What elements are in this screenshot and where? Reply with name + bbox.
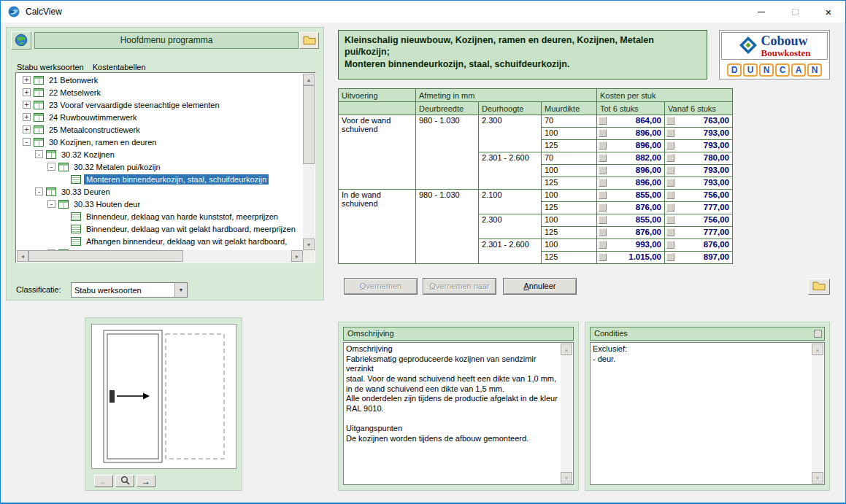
tree-item-label[interactable]: 23 Vooraf vervaardigde steenachtige elem… bbox=[47, 100, 222, 110]
cost-cell[interactable]: 855,00 bbox=[597, 190, 665, 202]
tree-item[interactable]: -30 Kozijnen, ramen en deuren bbox=[17, 136, 303, 148]
cost-cell[interactable]: 882,00 bbox=[597, 152, 665, 165]
tree-item[interactable]: +25 Metaalconstructiewerk bbox=[17, 123, 303, 136]
cost-cell[interactable]: 993,00 bbox=[597, 239, 665, 252]
price-select-button[interactable] bbox=[599, 166, 607, 174]
cost-cell[interactable]: 855,00 bbox=[597, 214, 665, 227]
cost-cell[interactable]: 896,00 bbox=[597, 165, 665, 177]
tree-item-label[interactable]: 30.32 Metalen pui/kozijn bbox=[72, 162, 163, 172]
tree-item-label[interactable]: 22 Metselwerk bbox=[47, 88, 103, 98]
tree-item-label[interactable]: Binnendeur, deklaag van harde kunststof,… bbox=[84, 212, 280, 222]
tree-item-label[interactable]: 25 Metaalconstructiewerk bbox=[47, 125, 142, 135]
vertical-scrollbar[interactable]: ▲ ▼ bbox=[561, 344, 572, 484]
tree-item-label[interactable]: 24 Ruwbouwtimmerwerk bbox=[47, 112, 139, 123]
cost-cell[interactable]: 756,00 bbox=[665, 190, 733, 202]
price-select-button[interactable] bbox=[666, 241, 674, 249]
scroll-right-button[interactable]: ► bbox=[291, 250, 303, 262]
tree-item[interactable]: +22 Metselwerk bbox=[17, 86, 303, 98]
cost-cell[interactable]: 793,00 bbox=[665, 140, 733, 152]
cost-cell[interactable]: 793,00 bbox=[665, 128, 733, 140]
price-select-button[interactable] bbox=[599, 241, 607, 249]
price-select-button[interactable] bbox=[666, 203, 674, 212]
tree-item[interactable]: Afhangen binnendeur, deklaag van wit gel… bbox=[17, 235, 303, 247]
cost-cell[interactable]: 756,00 bbox=[665, 214, 733, 227]
annuleer-button[interactable]: Annuleer bbox=[503, 278, 577, 295]
cost-cell[interactable]: 896,00 bbox=[597, 128, 665, 140]
open-folder-button[interactable] bbox=[299, 32, 319, 49]
cost-cell[interactable]: 793,00 bbox=[665, 165, 733, 177]
next-image-button[interactable]: → bbox=[136, 475, 155, 487]
price-select-button[interactable] bbox=[599, 117, 607, 125]
expand-icon[interactable]: + bbox=[23, 101, 31, 109]
home-button[interactable] bbox=[11, 31, 31, 50]
vertical-scrollbar[interactable]: ▲ ▼ bbox=[812, 344, 823, 484]
tree-item[interactable]: -30.33 Deuren bbox=[17, 185, 303, 198]
price-select-button[interactable] bbox=[599, 154, 607, 162]
scroll-down-button[interactable]: ▼ bbox=[561, 472, 572, 484]
tree-item-label[interactable]: 30 Kozijnen, ramen en deuren bbox=[47, 137, 158, 147]
price-select-button[interactable] bbox=[599, 216, 607, 224]
close-button[interactable]: × bbox=[812, 1, 845, 23]
tree-item[interactable]: Monteren binnendeurkozijn, staal, schuif… bbox=[17, 173, 303, 185]
collapse-icon[interactable]: - bbox=[23, 138, 31, 146]
condities-textbox[interactable]: Exclusief: - deur. ▲ ▼ bbox=[590, 342, 825, 485]
cost-cell[interactable]: 763,00 bbox=[665, 115, 733, 128]
price-select-button[interactable] bbox=[666, 117, 674, 125]
collapse-icon[interactable]: - bbox=[47, 163, 55, 171]
cost-cell[interactable]: 897,00 bbox=[665, 252, 733, 264]
cost-cell[interactable]: 896,00 bbox=[597, 140, 665, 152]
cost-cell[interactable]: 777,00 bbox=[665, 202, 733, 214]
price-select-button[interactable] bbox=[599, 179, 607, 187]
tree-item-label[interactable]: Afhangen binnendeur, deklaag van wit gel… bbox=[84, 236, 289, 247]
tree-item[interactable]: +24 Ruwbouwtimmerwerk bbox=[17, 111, 303, 123]
scroll-down-button[interactable]: ▼ bbox=[303, 239, 315, 250]
expand-icon[interactable]: + bbox=[23, 125, 31, 133]
scrollbar-thumb[interactable] bbox=[28, 250, 183, 262]
cost-cell[interactable]: 896,00 bbox=[597, 177, 665, 190]
cost-cell[interactable]: 864,00 bbox=[597, 115, 665, 128]
scroll-left-button[interactable]: ◄ bbox=[17, 250, 28, 262]
condities-header-button[interactable] bbox=[814, 330, 822, 338]
cost-cell[interactable]: 780,00 bbox=[665, 152, 733, 165]
expand-icon[interactable]: + bbox=[23, 113, 31, 121]
price-select-button[interactable] bbox=[599, 129, 607, 137]
tree-item-label[interactable]: 30.33 Deuren bbox=[59, 187, 112, 197]
tree-item-label[interactable]: 30.32 Kozijnen bbox=[59, 150, 117, 160]
price-select-button[interactable] bbox=[599, 253, 607, 261]
cost-cell[interactable]: 793,00 bbox=[665, 177, 733, 190]
tree-item-label[interactable]: Binnendeur, deklaag van wit gelakt hardb… bbox=[84, 224, 298, 234]
price-select-button[interactable] bbox=[666, 191, 674, 199]
vertical-scrollbar[interactable]: ▲ ▼ bbox=[303, 74, 315, 250]
price-select-button[interactable] bbox=[599, 191, 607, 199]
tree-item[interactable]: -30.32 Metalen pui/kozijn bbox=[17, 160, 303, 173]
scroll-down-button[interactable]: ▼ bbox=[812, 472, 823, 484]
price-select-button[interactable] bbox=[599, 141, 607, 150]
collapse-icon[interactable]: - bbox=[35, 187, 43, 195]
omschrijving-textbox[interactable]: Omschrijving Fabrieksmatig geproduceerde… bbox=[343, 342, 574, 485]
expand-icon[interactable]: + bbox=[23, 76, 31, 84]
price-select-button[interactable] bbox=[666, 228, 674, 236]
tree-item[interactable]: Binnendeur, deklaag van wit gelakt hardb… bbox=[17, 222, 303, 235]
cost-cell[interactable]: 876,00 bbox=[597, 202, 665, 214]
classification-dropdown[interactable]: Stabu werksoorten ▼ bbox=[71, 282, 188, 298]
cost-cell[interactable]: 777,00 bbox=[665, 227, 733, 239]
tree-item[interactable]: -30.32 Kozijnen bbox=[17, 148, 303, 160]
price-select-button[interactable] bbox=[666, 216, 674, 224]
tab-kostentabellen[interactable]: Kostentabellen bbox=[93, 63, 146, 71]
tree-item-label[interactable]: Monteren binnendeurkozijn, staal, schuif… bbox=[84, 174, 269, 185]
price-select-button[interactable] bbox=[666, 129, 674, 137]
tree-item-label[interactable]: 30.33 Houten deur bbox=[72, 199, 142, 209]
horizontal-scrollbar[interactable]: ◄ ► bbox=[17, 250, 303, 262]
scroll-up-button[interactable]: ▲ bbox=[303, 74, 315, 85]
price-select-button[interactable] bbox=[666, 253, 674, 261]
zoom-button[interactable] bbox=[115, 475, 134, 487]
dropdown-arrow-icon[interactable]: ▼ bbox=[174, 283, 187, 297]
price-select-button[interactable] bbox=[666, 154, 674, 162]
collapse-icon[interactable]: - bbox=[47, 200, 55, 208]
main-menu-button[interactable]: Hoofdmenu programma bbox=[34, 32, 299, 49]
cost-cell[interactable]: 1.015,00 bbox=[597, 252, 665, 264]
collapse-icon[interactable]: - bbox=[35, 150, 43, 158]
scrollbar-thumb[interactable] bbox=[303, 85, 315, 164]
price-select-button[interactable] bbox=[599, 228, 607, 236]
tree-item[interactable]: -30.33 Houten deur bbox=[17, 198, 303, 210]
